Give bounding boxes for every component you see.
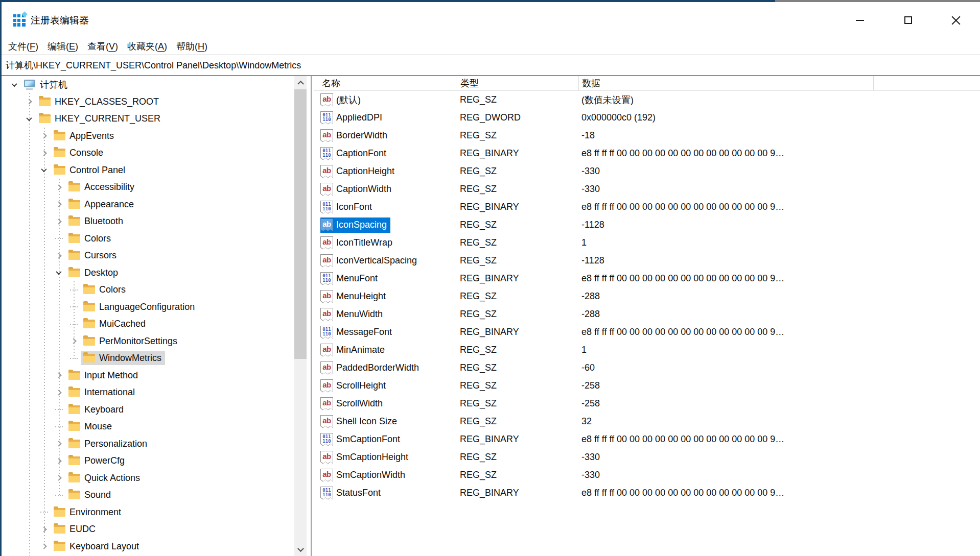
tree-item-sound[interactable]: Sound [2, 487, 294, 504]
tree-item-windowmetrics[interactable]: WindowMetrics [2, 350, 294, 367]
tree-item-accessibility[interactable]: Accessibility [2, 179, 294, 196]
chevron-right-icon[interactable] [54, 473, 64, 483]
registry-value-row-smcaptionheight[interactable]: abSmCaptionHeightREG_SZ-330 [314, 448, 980, 466]
menu-item-help[interactable]: 帮助(H) [172, 39, 212, 54]
value-type-cell: REG_SZ [456, 416, 578, 427]
chevron-right-icon[interactable] [54, 456, 64, 466]
tree-item-permonitorsettings[interactable]: PerMonitorSettings [2, 333, 294, 350]
registry-value-row-iconfont[interactable]: 011110IconFontREG_BINARYe8 ff ff ff 00 0… [314, 198, 980, 216]
value-name-text: ScrollWidth [336, 398, 383, 409]
menu-item-file[interactable]: 文件(F) [4, 39, 43, 54]
chevron-right-icon[interactable] [54, 199, 64, 209]
registry-value-row-scrollwidth[interactable]: abScrollWidthREG_SZ-258 [314, 395, 980, 413]
scroll-up-button[interactable] [294, 76, 307, 88]
registry-value-row-applieddpi[interactable]: 011110AppliedDPIREG_DWORD0x000000c0 (192… [314, 109, 980, 127]
registry-value-row-captionfont[interactable]: 011110CaptionFontREG_BINARYe8 ff ff ff 0… [314, 144, 980, 162]
column-header-name[interactable]: 名称 [314, 76, 456, 90]
maximize-button[interactable] [884, 2, 932, 38]
menubar: 文件(F)编辑(E)查看(V)收藏夹(A)帮助(H) [2, 38, 980, 55]
window-title: 注册表编辑器 [31, 14, 89, 27]
registry-value-row-menuwidth[interactable]: abMenuWidthREG_SZ-288 [314, 305, 980, 323]
tree-item-quick-actions[interactable]: Quick Actions [2, 470, 294, 487]
chevron-right-icon[interactable] [54, 216, 64, 227]
tree-item-desktop[interactable]: Desktop [2, 264, 294, 282]
tree-item-appearance[interactable]: Appearance [2, 196, 294, 213]
tree-item-eudc[interactable]: EUDC [2, 521, 294, 538]
tree-item-hkey-classes-root[interactable]: HKEY_CLASSES_ROOT [2, 93, 294, 111]
tree-item-item[interactable]: 计算机 [2, 76, 294, 93]
column-header-data[interactable]: 数据 [578, 76, 873, 90]
tree-item-environment[interactable]: Environment [2, 504, 294, 521]
tree-item-personalization[interactable]: Personalization [2, 436, 294, 453]
registry-value-row-iconspacing[interactable]: abIconSpacingREG_SZ-1128 [314, 216, 980, 234]
chevron-right-icon[interactable] [39, 148, 49, 158]
tree-item-label: Quick Actions [84, 473, 140, 484]
close-button[interactable] [932, 2, 980, 38]
column-header-type[interactable]: 类型 [456, 76, 578, 90]
registry-value-row-captionwidth[interactable]: abCaptionWidthREG_SZ-330 [314, 180, 980, 198]
chevron-right-icon[interactable] [54, 251, 64, 261]
registry-value-row-minanimate[interactable]: abMinAnimateREG_SZ1 [314, 341, 980, 359]
tree-item-keyboard[interactable]: Keyboard [2, 401, 294, 419]
tree-item-keyboard-layout[interactable]: Keyboard Layout [2, 538, 294, 555]
value-name-text: CaptionHeight [336, 166, 394, 177]
tree-item-appevents[interactable]: AppEvents [2, 128, 294, 145]
tree-item-console[interactable]: Console [2, 144, 294, 162]
registry-value-row-menuheight[interactable]: abMenuHeightREG_SZ-288 [314, 287, 980, 305]
string-value-icon: ab [320, 451, 333, 464]
minimize-button[interactable] [836, 2, 884, 38]
chevron-down-icon[interactable] [24, 114, 34, 124]
chevron-down-icon[interactable] [39, 165, 49, 175]
tree-scrollbar[interactable] [294, 76, 307, 556]
tree-item-cursors[interactable]: Cursors [2, 247, 294, 264]
registry-value-row-scrollheight[interactable]: abScrollHeightREG_SZ-258 [314, 377, 980, 395]
folder-icon [54, 149, 65, 157]
tree-item-colors[interactable]: Colors [2, 281, 294, 299]
registry-value-row-borderwidth[interactable]: abBorderWidthREG_SZ-18 [314, 127, 980, 144]
value-type-cell: REG_SZ [456, 291, 578, 302]
tree-item-muicached[interactable]: MuiCached [2, 316, 294, 333]
tree-item-mouse[interactable]: Mouse [2, 418, 294, 436]
chevron-right-icon[interactable] [39, 524, 49, 535]
registry-value-row-captionheight[interactable]: abCaptionHeightREG_SZ-330 [314, 162, 980, 180]
chevron-down-icon[interactable] [54, 268, 64, 278]
registry-value-row-item[interactable]: ab(默认)REG_SZ(数值未设置) [314, 91, 980, 109]
menu-item-favorites[interactable]: 收藏夹(A) [123, 39, 172, 54]
registry-value-row-smcaptionfont[interactable]: 011110SmCaptionFontREG_BINARYe8 ff ff ff… [314, 430, 980, 448]
chevron-right-icon[interactable] [68, 336, 79, 346]
chevron-right-icon[interactable] [54, 439, 64, 449]
folder-icon [83, 354, 95, 362]
registry-value-row-messagefont[interactable]: 011110MessageFontREG_BINARYe8 ff ff ff 0… [314, 323, 980, 341]
value-type-cell: REG_SZ [456, 470, 578, 480]
chevron-right-icon[interactable] [54, 388, 64, 398]
menu-item-view[interactable]: 查看(V) [83, 39, 123, 54]
registry-value-row-iconverticalspacing[interactable]: abIconVerticalSpacingREG_SZ-1128 [314, 252, 980, 270]
value-name-cell: abIconTitleWrap [314, 235, 456, 251]
chevron-right-icon[interactable] [54, 370, 64, 380]
scrollbar-thumb[interactable] [294, 89, 307, 359]
chevron-right-icon[interactable] [39, 541, 49, 551]
registry-value-row-shell-icon-size[interactable]: abShell Icon SizeREG_SZ32 [314, 413, 980, 430]
registry-value-row-menufont[interactable]: 011110MenuFontREG_BINARYe8 ff ff ff 00 0… [314, 270, 980, 287]
tree-item-hkey-current-user[interactable]: HKEY_CURRENT_USER [2, 110, 294, 128]
tree-item-international[interactable]: International [2, 384, 294, 401]
registry-value-row-paddedborderwidth[interactable]: abPaddedBorderWidthREG_SZ-60 [314, 359, 980, 377]
scroll-down-button[interactable] [294, 544, 307, 556]
pane-splitter[interactable] [307, 76, 314, 556]
tree-item-bluetooth[interactable]: Bluetooth [2, 213, 294, 230]
address-bar[interactable]: 计算机\HKEY_CURRENT_USER\Control Panel\Desk… [2, 55, 980, 76]
registry-value-row-statusfont[interactable]: 011110StatusFontREG_BINARYe8 ff ff ff 00… [314, 484, 980, 502]
value-name-text: IconVerticalSpacing [336, 255, 417, 266]
tree-item-colors[interactable]: Colors [2, 230, 294, 248]
chevron-right-icon[interactable] [24, 96, 34, 107]
tree-item-control-panel[interactable]: Control Panel [2, 162, 294, 179]
menu-item-edit[interactable]: 编辑(E) [43, 39, 83, 54]
chevron-right-icon[interactable] [54, 182, 64, 192]
registry-value-row-smcaptionwidth[interactable]: abSmCaptionWidthREG_SZ-330 [314, 466, 980, 484]
chevron-down-icon[interactable] [9, 80, 19, 90]
registry-value-row-icontitlewrap[interactable]: abIconTitleWrapREG_SZ1 [314, 234, 980, 252]
tree-item-languageconfiguration[interactable]: LanguageConfiguration [2, 299, 294, 316]
chevron-right-icon[interactable] [39, 131, 49, 141]
tree-item-powercfg[interactable]: PowerCfg [2, 452, 294, 470]
tree-item-input-method[interactable]: Input Method [2, 367, 294, 384]
